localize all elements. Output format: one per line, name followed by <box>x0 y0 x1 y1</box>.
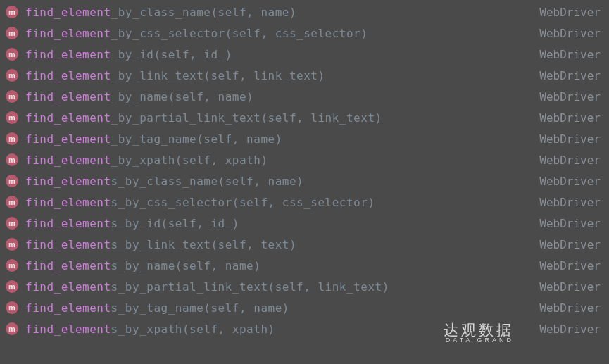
method-signature: find_element_by_partial_link_text(self, … <box>25 111 603 125</box>
method-signature: find_elements_by_id(self, id_) <box>25 217 603 230</box>
class-label: WebDriver <box>539 259 601 272</box>
method-highlight: find_element <box>25 175 111 188</box>
method-signature: find_elements_by_name(self, name) <box>25 259 603 272</box>
method-icon: m <box>6 196 18 208</box>
method-icon-letter: m <box>8 134 15 143</box>
completion-item[interactable]: mfind_elements_by_class_name(self, name)… <box>0 170 609 192</box>
method-signature: find_elements_by_tag_name(self, name) <box>25 301 603 315</box>
method-rest: s_by_xpath(self, xpath) <box>111 322 275 336</box>
method-highlight: find_element <box>25 132 111 146</box>
class-label: WebDriver <box>539 153 601 167</box>
method-icon-letter: m <box>8 303 15 312</box>
method-icon: m <box>6 69 18 82</box>
completion-item[interactable]: mfind_elements_by_id(self, id_)WebDriver <box>0 213 609 234</box>
class-label: WebDriver <box>539 280 601 294</box>
completion-item[interactable]: mfind_element_by_partial_link_text(self,… <box>0 107 609 128</box>
method-icon-letter: m <box>8 282 15 291</box>
method-icon: m <box>6 6 18 18</box>
method-icon: m <box>6 175 18 187</box>
method-icon-letter: m <box>8 219 15 227</box>
method-highlight: find_element <box>25 301 111 315</box>
method-icon: m <box>6 217 18 230</box>
method-signature: find_element_by_link_text(self, link_tex… <box>25 69 603 82</box>
completion-item[interactable]: mfind_elements_by_css_selector(self, css… <box>0 192 609 213</box>
method-signature: find_element_by_tag_name(self, name) <box>25 132 603 146</box>
method-highlight: find_element <box>25 111 111 125</box>
completion-item[interactable]: mfind_element_by_name(self, name)WebDriv… <box>0 86 609 107</box>
method-icon-letter: m <box>8 240 15 249</box>
method-rest: s_by_partial_link_text(self, link_text) <box>111 280 389 294</box>
method-rest: s_by_name(self, name) <box>111 259 261 272</box>
method-rest: _by_partial_link_text(self, link_text) <box>111 111 382 125</box>
method-icon: m <box>6 90 18 103</box>
completion-item[interactable]: mfind_elements_by_link_text(self, text)W… <box>0 234 609 255</box>
class-label: WebDriver <box>539 132 601 146</box>
class-label: WebDriver <box>539 301 601 315</box>
method-signature: find_element_by_xpath(self, xpath) <box>25 153 603 167</box>
completion-item[interactable]: mfind_element_by_link_text(self, link_te… <box>0 65 609 86</box>
method-highlight: find_element <box>25 259 111 272</box>
method-icon: m <box>6 238 18 251</box>
method-rest: s_by_id(self, id_) <box>111 217 239 230</box>
completion-item[interactable]: mfind_elements_by_name(self, name)WebDri… <box>0 255 609 276</box>
method-highlight: find_element <box>25 322 111 336</box>
completion-item[interactable]: mfind_elements_by_partial_link_text(self… <box>0 276 609 297</box>
method-icon: m <box>6 153 18 166</box>
method-icon-letter: m <box>8 177 15 185</box>
completion-item[interactable]: mfind_element_by_xpath(self, xpath)WebDr… <box>0 149 609 170</box>
method-highlight: find_element <box>25 48 111 61</box>
method-icon-letter: m <box>8 8 15 16</box>
method-signature: find_element_by_class_name(self, name) <box>25 6 603 19</box>
class-label: WebDriver <box>539 175 601 188</box>
method-rest: s_by_tag_name(self, name) <box>111 301 289 315</box>
method-signature: find_element_by_id(self, id_) <box>25 48 603 61</box>
method-icon: m <box>6 48 18 61</box>
completion-item[interactable]: mfind_element_by_css_selector(self, css_… <box>0 23 609 44</box>
method-icon: m <box>6 301 18 314</box>
completion-item[interactable]: mfind_elements_by_tag_name(self, name)We… <box>0 297 609 318</box>
method-icon-letter: m <box>8 50 15 58</box>
completion-item[interactable]: mfind_element_by_id(self, id_)WebDriver <box>0 44 609 65</box>
method-icon: m <box>6 132 18 145</box>
method-signature: find_element_by_css_selector(self, css_s… <box>25 27 603 40</box>
method-icon: m <box>6 111 18 124</box>
method-signature: find_elements_by_partial_link_text(self,… <box>25 280 603 294</box>
completion-item[interactable]: mfind_element_by_tag_name(self, name)Web… <box>0 128 609 149</box>
method-rest: _by_name(self, name) <box>111 90 254 103</box>
class-label: WebDriver <box>539 27 601 40</box>
method-icon-letter: m <box>8 198 15 206</box>
class-label: WebDriver <box>539 322 601 336</box>
method-signature: find_elements_by_link_text(self, text) <box>25 238 603 251</box>
method-signature: find_elements_by_xpath(self, xpath) <box>25 322 603 336</box>
method-icon: m <box>6 280 18 293</box>
method-highlight: find_element <box>25 196 111 209</box>
method-highlight: find_element <box>25 27 111 40</box>
class-label: WebDriver <box>539 238 601 251</box>
method-highlight: find_element <box>25 6 111 19</box>
method-rest: _by_id(self, id_) <box>111 48 232 61</box>
method-icon-letter: m <box>8 261 15 270</box>
method-rest: _by_xpath(self, xpath) <box>111 153 268 167</box>
class-label: WebDriver <box>539 90 601 103</box>
class-label: WebDriver <box>539 48 601 61</box>
method-highlight: find_element <box>25 238 111 251</box>
class-label: WebDriver <box>539 69 601 82</box>
completion-item[interactable]: mfind_element_by_class_name(self, name)W… <box>0 1 609 23</box>
method-rest: s_by_css_selector(self, css_selector) <box>111 196 375 209</box>
method-icon-letter: m <box>8 156 15 164</box>
class-label: WebDriver <box>539 6 601 19</box>
method-signature: find_elements_by_css_selector(self, css_… <box>25 196 603 209</box>
method-icon-letter: m <box>8 113 15 122</box>
method-highlight: find_element <box>25 153 111 167</box>
method-icon: m <box>6 27 18 39</box>
completion-item[interactable]: mfind_elements_by_xpath(self, xpath)WebD… <box>0 318 609 339</box>
method-icon-letter: m <box>8 71 15 80</box>
method-rest: _by_css_selector(self, css_selector) <box>111 27 368 40</box>
method-highlight: find_element <box>25 217 111 230</box>
class-label: WebDriver <box>539 217 601 230</box>
method-highlight: find_element <box>25 69 111 82</box>
class-label: WebDriver <box>539 111 601 125</box>
method-signature: find_elements_by_class_name(self, name) <box>25 175 603 188</box>
method-rest: _by_tag_name(self, name) <box>111 132 282 146</box>
method-icon-letter: m <box>8 325 15 333</box>
